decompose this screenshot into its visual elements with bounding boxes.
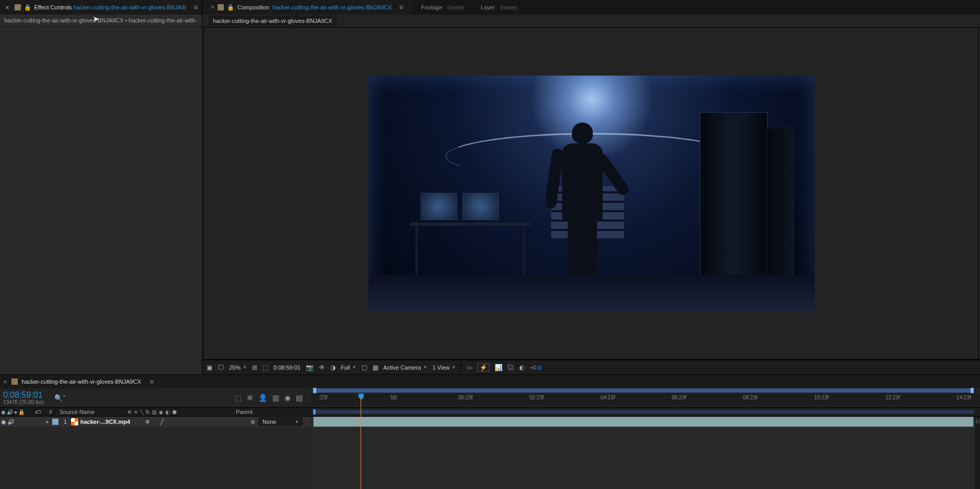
- comp-marker-bin-icon[interactable]: ⍇: [975, 417, 980, 489]
- timeline-left-controls: 0:08:59:01 13476 (25.00 fps) 🔍˅ ⬚ ✲ 👤 ▥ …: [0, 390, 311, 406]
- tab-composition[interactable]: × 🔒 Composition hacker-cutting-the-air-w…: [202, 0, 413, 15]
- comp-asset-link[interactable]: hacker-cutting-the-air-with-vr-gloves-BN…: [272, 4, 392, 10]
- adjustment-switch-icon[interactable]: ◐: [165, 409, 170, 415]
- label-column-icon[interactable]: 🏷: [30, 409, 45, 415]
- close-icon[interactable]: ×: [3, 4, 11, 11]
- panel-color-swatch[interactable]: [15, 4, 21, 10]
- 3d-switch-icon[interactable]: ⬢: [172, 409, 177, 415]
- show-snapshot-icon[interactable]: 👁: [319, 364, 325, 371]
- close-icon[interactable]: ×: [3, 378, 7, 386]
- draft3d-icon[interactable]: ✲: [247, 394, 253, 402]
- channel-icon[interactable]: ◑: [330, 364, 336, 371]
- panel-color-swatch[interactable]: [218, 4, 224, 10]
- view-count-value: 1 View: [433, 364, 450, 371]
- audio-icon[interactable]: 🔊: [7, 409, 13, 415]
- close-icon[interactable]: ×: [211, 4, 214, 11]
- monitor-icon[interactable]: 🖵: [218, 364, 224, 371]
- motion-blur-switch-icon[interactable]: ◉: [159, 409, 163, 415]
- audio-toggle-icon[interactable]: 🔊: [7, 419, 15, 425]
- zoom-value: 25%: [229, 364, 241, 371]
- always-preview-icon[interactable]: ▣: [207, 364, 212, 371]
- timeline-rows: ◉ 🔊 ▸ 1 hacker-...9CX.mp4 ✲ ╱ ⊚: [0, 417, 980, 489]
- layer-name[interactable]: hacker-...9CX.mp4: [80, 419, 142, 425]
- separator: [461, 363, 461, 372]
- index-column-header[interactable]: #: [45, 409, 56, 415]
- layer-label-swatch[interactable]: [52, 419, 58, 425]
- ruler-tick: 12:23f: [886, 395, 900, 400]
- view-count-dropdown[interactable]: 1 View▼: [433, 364, 456, 371]
- transparency-grid-icon[interactable]: ▦: [373, 364, 378, 371]
- current-time[interactable]: 0:08:59:01: [273, 364, 301, 371]
- fx-switch-icon[interactable]: fx: [146, 409, 150, 415]
- layer-row[interactable]: ◉ 🔊 ▸ 1 hacker-...9CX.mp4 ✲ ╱ ⊚: [0, 417, 311, 427]
- graph-editor-icon[interactable]: ▤: [296, 394, 303, 402]
- mask-icon[interactable]: ⬚: [262, 364, 268, 371]
- lock-icon[interactable]: 🔒: [24, 4, 31, 11]
- panel-menu-icon[interactable]: ≡: [194, 3, 199, 11]
- lock-icon[interactable]: 🔒: [18, 409, 25, 415]
- time-ruler-area[interactable]: :23f58:00:23f02:23f04:23f06:23f08:23f10:…: [311, 388, 980, 407]
- ruler-tick: 02:23f: [529, 395, 544, 400]
- ruler-tick: 14:23f: [957, 395, 971, 400]
- panel-menu-icon[interactable]: ≡: [149, 377, 154, 386]
- ruler-tick: 04:23f: [601, 395, 615, 400]
- parent-value: None: [262, 419, 276, 425]
- quality-switch[interactable]: ╱: [160, 419, 164, 425]
- pixel-aspect-icon[interactable]: ▭: [467, 364, 472, 371]
- timeline-comp-name[interactable]: hacker-cutting-the-air-with-vr-gloves-BN…: [22, 378, 141, 385]
- camera-dropdown[interactable]: Active Camera▼: [384, 364, 427, 371]
- fast-previews-icon[interactable]: ⚡: [477, 363, 489, 372]
- quality-switch-icon[interactable]: ╲: [140, 409, 144, 415]
- tab-label: Layer: [481, 4, 495, 10]
- timeline-icon[interactable]: 📊: [495, 364, 503, 371]
- breadcrumb-layer[interactable]: hacker-cutting-the-air-with-: [129, 17, 197, 23]
- search-icon[interactable]: 🔍˅: [54, 394, 66, 402]
- lock-icon[interactable]: 🔒: [227, 4, 234, 11]
- reset-exposure-icon[interactable]: ◐: [519, 364, 524, 371]
- pickwhip-icon[interactable]: ⊚: [246, 419, 259, 425]
- current-time-indicator[interactable]: [361, 398, 361, 489]
- ruler-tick: 06:23f: [672, 395, 686, 400]
- timecode-value: 0:08:59:01: [273, 364, 301, 371]
- timeline-tracks[interactable]: ⍇: [311, 417, 980, 489]
- parent-dropdown[interactable]: None ▼: [259, 418, 303, 426]
- shy-switch-icon[interactable]: ✲: [127, 409, 132, 415]
- shy-switch[interactable]: ✲: [145, 419, 150, 425]
- zoom-dropdown[interactable]: 25%▼: [229, 364, 247, 371]
- time-ruler[interactable]: :23f58:00:23f02:23f04:23f06:23f08:23f10:…: [311, 394, 980, 405]
- layer-duration-bar[interactable]: [313, 417, 974, 427]
- grid-icon[interactable]: ⊞: [252, 364, 257, 371]
- video-toggle-icon[interactable]: ◉: [1, 419, 6, 425]
- solo-icon[interactable]: ●: [14, 409, 17, 415]
- twirl-icon[interactable]: ▸: [44, 419, 51, 424]
- timeline-top-strip: 0:08:59:01 13476 (25.00 fps) 🔍˅ ⬚ ✲ 👤 ▥ …: [0, 388, 980, 407]
- timeline-option-icons: ⬚ ✲ 👤 ▥ ◉ ▤: [235, 394, 308, 402]
- work-area-bar[interactable]: [311, 408, 980, 416]
- tab-footage[interactable]: Footage (none): [413, 0, 472, 15]
- snapshot-icon[interactable]: 📷: [306, 364, 314, 371]
- viewer-body[interactable]: [204, 27, 979, 360]
- frame-blend-icon[interactable]: ▥: [272, 394, 279, 402]
- comp-breadcrumb: hacker-cutting-the-air-with-vr-gloves-BN…: [202, 15, 980, 27]
- frame-blend-switch-icon[interactable]: ▥: [152, 409, 157, 415]
- panel-color-swatch[interactable]: [11, 378, 18, 385]
- video-icon[interactable]: ◉: [1, 409, 6, 415]
- resolution-dropdown[interactable]: Full▼: [341, 364, 356, 371]
- comp-name-chip[interactable]: hacker-cutting-the-air-with-vr-gloves-BN…: [209, 16, 337, 26]
- breadcrumb-comp[interactable]: hacker-cutting-the-air-with-vr-gloves-BN…: [4, 17, 124, 23]
- roi-icon[interactable]: ▢: [362, 364, 367, 371]
- motion-blur-icon[interactable]: ◉: [284, 394, 291, 402]
- collapse-switch-icon[interactable]: ☀: [134, 409, 138, 415]
- av-column-icons: ◉ 🔊 ● 🔒: [0, 409, 30, 415]
- flowchart-icon[interactable]: ⿻: [508, 364, 514, 371]
- parent-column-header[interactable]: Parent: [229, 409, 291, 415]
- ruler-tick: 00:23f: [458, 395, 473, 400]
- comp-mini-flowchart-icon[interactable]: ⬚: [235, 394, 242, 402]
- exposure-value[interactable]: +0.0: [530, 364, 541, 371]
- shy-icon[interactable]: 👤: [258, 394, 267, 402]
- current-timecode[interactable]: 0:08:59:01: [3, 390, 44, 400]
- tab-layer[interactable]: Layer (none): [472, 0, 525, 15]
- source-name-column-header[interactable]: Source Name: [56, 409, 124, 415]
- panel-menu-icon[interactable]: ≡: [399, 3, 404, 11]
- effect-controls-asset-link[interactable]: hacker-cutting-the-air-with-vr-gloves-BN…: [74, 4, 187, 10]
